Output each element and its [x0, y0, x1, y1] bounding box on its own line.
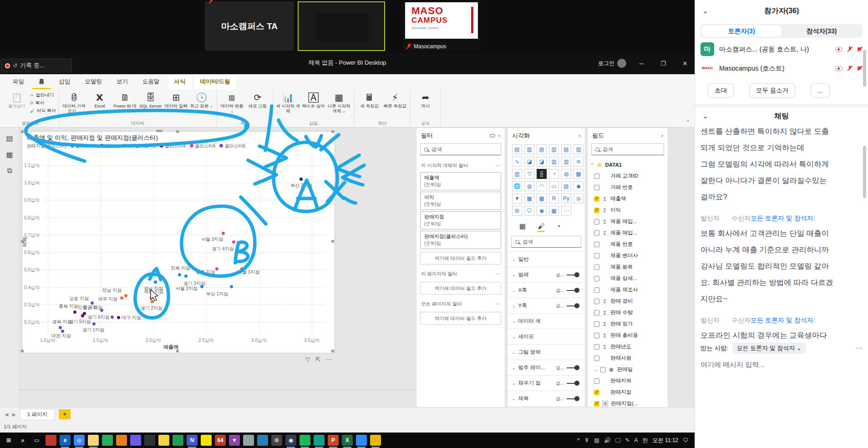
format-section-제목[interactable]: ⌄제목설... [508, 391, 585, 406]
focus-mode-icon[interactable]: ⇱ [315, 356, 320, 363]
field-checkbox[interactable] [594, 310, 599, 316]
ribbon-button[interactable]: ⚡빠른 측정값 [383, 91, 407, 121]
visual-type-scatter[interactable]: ⣿ [537, 169, 547, 179]
filter-card[interactable]: 판매지점(모두)임 [420, 211, 501, 229]
ribbon-tab-보기[interactable]: 보기 [110, 75, 134, 89]
taskbar-icon-photos[interactable] [102, 435, 113, 446]
ribbon-button[interactable]: ➦게시 [413, 91, 438, 121]
visual-type-slicer[interactable]: ▼ [512, 193, 522, 204]
taskbar-icon-search[interactable]: ⌕ [17, 435, 28, 446]
taskbar-icon-app-red[interactable] [46, 435, 56, 446]
visual-type-stacked-column[interactable]: ▥ [524, 144, 534, 154]
visual-type-area[interactable]: ◪ [524, 157, 534, 167]
tray-icon[interactable]: A [635, 437, 638, 443]
visual-type-pie[interactable]: ◔ [549, 169, 559, 179]
drag-grip[interactable] [156, 130, 162, 132]
data-point[interactable] [178, 273, 181, 276]
more-options-icon[interactable]: ⋯ [496, 271, 501, 277]
data-point[interactable] [215, 267, 218, 270]
visual-type-gauge[interactable]: ◠ [537, 181, 547, 191]
toggle-on[interactable] [567, 398, 579, 399]
visual-type-key-influencers[interactable]: ◎ [574, 193, 584, 204]
visual-type-treemap[interactable]: ▦ [574, 169, 584, 179]
data-point[interactable] [100, 309, 103, 312]
field-row[interactable]: Σ제품 매입... [588, 227, 668, 239]
visual-type-more[interactable]: ⋯ [561, 206, 571, 216]
legend-item[interactable]: 클러스터1 [71, 143, 96, 149]
login-button[interactable]: 로그인 [598, 59, 626, 68]
ribbon-button[interactable]: 🗎Power BI 데이터 세트 [113, 91, 137, 121]
prev-page-icon[interactable]: ◀ [5, 412, 8, 417]
tray-icon[interactable]: 한 [643, 437, 648, 444]
ribbon-button[interactable]: ⊞데이터 입력 [164, 91, 188, 121]
field-checkbox[interactable] [594, 219, 599, 224]
add-data-field-dropzone[interactable]: 여기에 데이터 필드 추가 [420, 252, 501, 265]
format-section-그림 영역[interactable]: ⌄그림 영역 [508, 344, 585, 360]
scatter-chart-visual[interactable]: 매출액 및 이익, 판매지점 및 판매지점(클러스터) 판매지점(클러스터)클러… [22, 131, 335, 353]
visual-type-funnel[interactable]: ▽ [524, 169, 534, 179]
field-checkbox[interactable] [594, 287, 599, 293]
report-canvas[interactable]: 매출액 및 이익, 판매지점 및 판매지점(클러스터) 판매지점(클러스터)클러… [20, 127, 436, 421]
maximize-button[interactable]: ❐ [656, 60, 670, 67]
field-row[interactable]: 제품 제조사 [588, 284, 668, 295]
collapse-panel-icon[interactable]: › [661, 132, 663, 139]
visual-type-decomposition-tree[interactable]: ⧉ [512, 206, 522, 216]
ribbon-tab-도움말[interactable]: 도움말 [136, 75, 166, 89]
taskbar-icon-phone[interactable] [144, 435, 155, 446]
recording-indicator[interactable]: ↺ 기록 중... [1, 59, 72, 72]
next-page-icon[interactable]: ▶ [12, 412, 15, 417]
video-tile-active-speaker[interactable] [298, 1, 385, 51]
taskbar-icon-teams[interactable]: N [187, 435, 198, 446]
resize-handle[interactable] [331, 130, 334, 133]
more-options-icon[interactable]: ⋯ [496, 301, 501, 307]
chevron-down-icon[interactable]: ⌄ [702, 6, 708, 15]
field-row[interactable]: 거래 번호 [588, 182, 668, 193]
data-point[interactable] [117, 316, 120, 319]
mute-all-button[interactable]: 모두 음소거 [749, 83, 795, 98]
ribbon-button[interactable]: 🕓최근 원본 ⌄ [189, 91, 214, 121]
chevron-down-icon[interactable]: ⌄ [702, 112, 708, 120]
taskbar-icon-edge[interactable]: e [60, 435, 71, 446]
visual-type-matrix[interactable]: ▦ [537, 193, 547, 204]
participants-scrollbar[interactable] [863, 50, 866, 87]
field-row[interactable]: 판매지점 [588, 387, 668, 398]
ribbon-collapse-icon[interactable]: ⌃ [686, 119, 690, 125]
format-section-Y축[interactable]: ⌄Y축설... [508, 298, 585, 313]
resize-handle[interactable] [331, 350, 334, 352]
data-point[interactable] [111, 316, 114, 319]
legend-item[interactable]: 클러스터4 [160, 143, 186, 149]
field-row[interactable]: 제품 번호 [588, 239, 668, 250]
data-point[interactable] [222, 232, 225, 235]
toggle-on[interactable] [567, 290, 579, 291]
ribbon-button[interactable]: 🖩새 측정값 [357, 91, 382, 121]
tray-icon[interactable]: ▤ [594, 437, 599, 443]
video-tile-masocampus[interactable]: MASO CAMPUS Actionable Content Masocampu… [402, 1, 481, 51]
data-point[interactable] [230, 285, 233, 288]
ribbon-tab-데이터/드릴[interactable]: 데이터/드릴 [194, 75, 237, 89]
format-section-범주 레이...[interactable]: ⌄범주 레이...설... [508, 360, 585, 375]
tray-icon[interactable]: 🎙 [584, 437, 590, 443]
minimize-button[interactable]: ─ [635, 60, 648, 67]
visual-type-r-script[interactable]: R [549, 193, 559, 204]
field-row[interactable]: Σ제품 매입... [588, 216, 668, 227]
ribbon-tab-모델링[interactable]: 모델링 [79, 75, 109, 89]
ribbon-tab-파일[interactable]: 파일 [6, 75, 30, 89]
tray-icon[interactable]: ✎ [625, 437, 629, 443]
visual-type-kpi[interactable]: ◆ [574, 181, 584, 191]
tray-icon[interactable]: ^ [577, 437, 580, 443]
data-point[interactable] [120, 296, 123, 300]
toggle-on[interactable] [567, 305, 579, 306]
field-checkbox[interactable] [594, 265, 599, 270]
taskbar-icon-spotify[interactable] [299, 435, 310, 446]
data-point[interactable] [232, 240, 235, 244]
visual-type-donut[interactable]: ◍ [561, 169, 571, 179]
ribbon-button[interactable]: 𝗫Excel [87, 91, 112, 121]
ribbon-tab-삽입[interactable]: 삽입 [53, 75, 77, 89]
field-checkbox[interactable] [594, 253, 599, 259]
field-checkbox[interactable] [594, 378, 599, 384]
field-checkbox[interactable] [594, 356, 599, 361]
tray-icon[interactable]: 🔊 [604, 437, 611, 443]
format-section-셰이프[interactable]: ⌄셰이프 [508, 329, 585, 344]
ribbon-button[interactable]: 🄰텍스트 상자 [301, 91, 326, 121]
add-data-field-dropzone[interactable]: 여기에 데이터 필드 추가 [420, 282, 501, 295]
